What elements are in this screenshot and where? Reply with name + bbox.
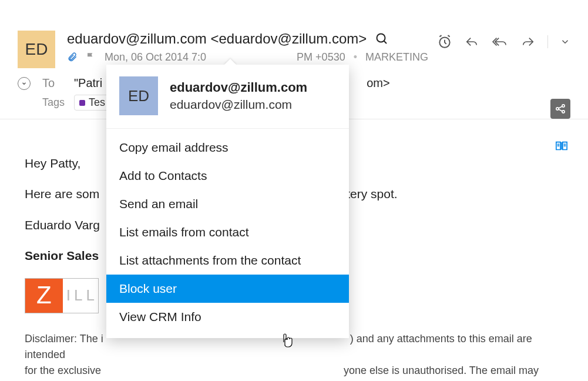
logo-letter: Z [25, 279, 63, 313]
contact-popover: ED eduardov@zillum.com eduardov@zillum.c… [106, 65, 349, 338]
toolbar-divider [547, 35, 548, 48]
attachment-icon[interactable] [67, 51, 78, 63]
email-toolbar [437, 34, 570, 49]
popover-avatar: ED [119, 76, 158, 115]
email-date-tz: PM +0530 [297, 51, 345, 63]
company-logo: Z ILL [25, 278, 99, 313]
tag-chip[interactable]: Tes [74, 95, 110, 111]
meta-line: Mon, 06 Oct 2014 7:0 PM +0530 PM +0530 •… [67, 51, 570, 63]
menu-view-crm[interactable]: View CRM Info [106, 303, 349, 331]
email-header: ED eduardov@zillum.com <eduardov@zillum.… [0, 0, 588, 68]
share-button[interactable] [550, 99, 570, 119]
tags-label: Tags [42, 96, 74, 109]
to-value[interactable]: "Patri [74, 76, 102, 90]
flag-icon[interactable] [86, 51, 96, 63]
menu-copy-email[interactable]: Copy email address [106, 133, 349, 162]
forward-icon[interactable] [520, 35, 536, 48]
menu-list-attachments[interactable]: List attachments from the contact [106, 246, 349, 275]
menu-block-user[interactable]: Block user [106, 275, 349, 303]
svg-line-1 [384, 41, 387, 44]
popover-contact-name: eduardov@zillum.com [170, 80, 307, 95]
from-address[interactable]: eduardov@zillum.com <eduardov@zillum.com… [67, 31, 367, 47]
menu-list-emails[interactable]: List emails from contact [106, 218, 349, 246]
body-line1-prefix: Here are som [25, 187, 99, 200]
tag-label: Tes [89, 96, 105, 109]
menu-add-contact[interactable]: Add to Contacts [106, 162, 349, 190]
to-label: To [42, 76, 74, 90]
menu-send-email[interactable]: Send an email [106, 190, 349, 218]
popover-contact-email: eduardov@zillum.com [170, 98, 307, 112]
reply-icon[interactable] [464, 35, 479, 48]
logo-rest: ILL [63, 285, 98, 307]
disclaimer-prefix: Disclaimer: The i [25, 333, 103, 345]
tag-color-dot [79, 100, 85, 106]
disclaimer-l2-prefix: for the exclusive [25, 365, 104, 376]
more-icon[interactable] [560, 36, 570, 47]
to-value-suffix: om> [367, 76, 389, 90]
disclaimer: Disclaimer: The i) and any attachments t… [25, 331, 563, 381]
email-date: Mon, 06 Oct 2014 7:0 [105, 51, 206, 63]
reader-view-icon[interactable] [554, 140, 569, 153]
svg-point-0 [377, 34, 385, 42]
popover-menu: Copy email address Add to Contacts Send … [106, 129, 349, 338]
popover-header: ED eduardov@zillum.com eduardov@zillum.c… [106, 65, 349, 129]
expand-recipients-icon[interactable] [18, 77, 31, 90]
sender-avatar[interactable]: ED [18, 31, 55, 68]
reply-all-icon[interactable] [491, 35, 509, 48]
bullet-separator: • [354, 51, 357, 63]
email-category: MARKETING [365, 51, 428, 63]
snooze-icon[interactable] [437, 34, 452, 49]
search-icon[interactable] [374, 31, 390, 47]
